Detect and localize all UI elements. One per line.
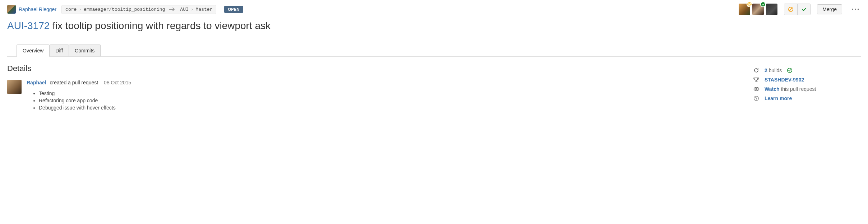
activity-date: 08 Oct 2015 [102, 80, 131, 85]
activity-item: Raphael created a pull request 08 Oct 20… [7, 80, 739, 112]
help-icon [753, 95, 760, 101]
branch-sep-icon: › [190, 7, 194, 12]
reviewer-avatar[interactable] [739, 4, 750, 15]
author-avatar[interactable] [7, 5, 16, 14]
watch-row[interactable]: Watch this pull request [753, 86, 861, 92]
description-list: Testing Refactoring core app code Debugg… [27, 90, 131, 111]
tab-commits[interactable]: Commits [69, 45, 101, 56]
pr-header: Raphael Riegger core › emmaeager/tooltip… [7, 4, 861, 15]
reviewer-avatar[interactable] [766, 4, 777, 15]
target-repo[interactable]: AUI [180, 7, 188, 12]
branch-bar: core › emmaeager/tooltip_positioning AUI… [61, 5, 216, 14]
source-branch[interactable]: emmaeager/tooltip_positioning [84, 7, 165, 12]
status-badge: OPEN [224, 6, 243, 13]
activity-actor-link[interactable]: Raphael [27, 80, 46, 85]
tab-overview[interactable]: Overview [17, 45, 50, 57]
svg-point-5 [855, 9, 856, 10]
linked-issue-row[interactable]: STASHDEV-9902 [753, 77, 861, 83]
builds-count: 2 [765, 67, 767, 73]
svg-line-1 [749, 4, 751, 5]
watch-rest: this pull request [781, 86, 816, 92]
check-icon [801, 6, 807, 12]
review-action-group [784, 4, 811, 15]
details-heading: Details [7, 64, 739, 73]
merge-button[interactable]: Merge [817, 4, 842, 14]
main-column: Details Raphael created a pull request 0… [7, 64, 739, 112]
arrow-right-icon [166, 7, 179, 11]
build-success-icon [787, 67, 793, 73]
tab-diff[interactable]: Diff [50, 45, 69, 56]
more-actions-button[interactable] [850, 8, 861, 10]
needs-work-button[interactable] [784, 4, 797, 15]
watch-action: Watch [765, 86, 779, 92]
reviewer-avatar[interactable] [752, 4, 764, 15]
pr-title: AUI-3172 fix tooltip positioning with re… [7, 20, 861, 32]
side-column: 2 builds STASHDEV-9902 Watch this pull r… [753, 64, 861, 112]
linked-issue-link[interactable]: STASHDEV-9902 [765, 77, 804, 83]
svg-point-4 [852, 9, 853, 10]
learn-more-row[interactable]: Learn more [753, 95, 861, 101]
list-item: Debugged issue with hover effects [39, 105, 131, 111]
reviewer-approved-icon [760, 1, 766, 7]
svg-point-8 [756, 88, 757, 90]
list-item: Refactoring core app code [39, 98, 131, 103]
target-branch[interactable]: Master [196, 7, 213, 12]
issue-key-link[interactable]: AUI-3172 [7, 20, 50, 31]
svg-line-3 [789, 8, 792, 11]
refresh-icon [753, 67, 760, 73]
builds-row[interactable]: 2 builds [753, 67, 861, 73]
svg-point-10 [756, 99, 757, 100]
activity-avatar[interactable] [7, 80, 22, 94]
ellipsis-icon [851, 8, 859, 10]
reviewers-list [739, 4, 777, 15]
author-link[interactable]: Raphael Riegger [19, 6, 56, 12]
learn-more-link[interactable]: Learn more [765, 95, 792, 101]
branch-sep-icon: › [78, 7, 82, 12]
reviewer-pending-icon [747, 1, 752, 7]
tabs: Overview Diff Commits [7, 45, 861, 57]
list-item: Testing [39, 90, 131, 96]
source-repo[interactable]: core [65, 7, 77, 12]
approve-button[interactable] [797, 4, 810, 15]
eye-icon [753, 87, 760, 92]
trophy-icon [753, 77, 760, 83]
needs-work-icon [788, 6, 794, 12]
svg-point-6 [858, 9, 859, 10]
builds-label: builds [769, 67, 782, 73]
activity-action: created a pull request [50, 80, 98, 85]
content: Details Raphael created a pull request 0… [7, 57, 861, 112]
pr-summary: fix tooltip positioning with regards to … [52, 20, 271, 31]
